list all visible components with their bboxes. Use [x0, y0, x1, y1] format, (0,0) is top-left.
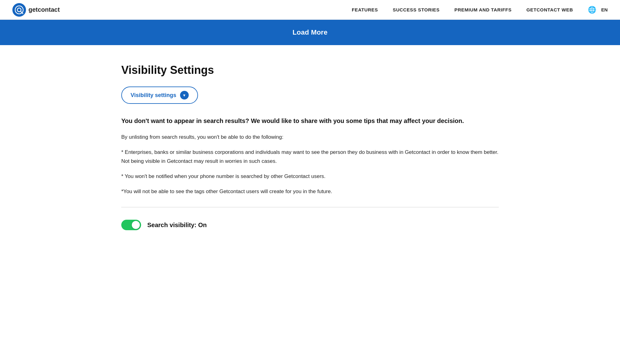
navbar-right: 🌐 EN — [588, 6, 608, 14]
toggle-label: Search visibility: On — [147, 222, 207, 229]
paragraph-2: * You won't be notified when your phone … — [121, 172, 499, 181]
nav-getcontact-web[interactable]: GETCONTACT WEB — [527, 7, 573, 12]
nav-features[interactable]: FEATURES — [352, 7, 378, 12]
globe-icon[interactable]: 🌐 — [588, 6, 596, 14]
paragraph-0: By unlisting from search results, you wo… — [121, 133, 499, 142]
paragraph-3: *You will not be able to see the tags ot… — [121, 187, 499, 196]
svg-point-1 — [17, 8, 21, 12]
visibility-dropdown-label: Visibility settings — [131, 92, 176, 99]
main-content: Visibility Settings Visibility settings … — [97, 45, 523, 255]
intro-bold-paragraph: You don't want to appear in search resul… — [121, 116, 493, 125]
section-title: Visibility Settings — [121, 64, 499, 77]
visibility-dropdown-button[interactable]: Visibility settings ▾ — [121, 87, 198, 104]
search-visibility-toggle[interactable] — [121, 220, 141, 230]
load-more-text: Load More — [292, 28, 327, 36]
navbar: getcontact FEATURES SUCCESS STORIES PREM… — [0, 0, 620, 20]
search-visibility-row: Search visibility: On — [121, 220, 499, 230]
nav-success-stories[interactable]: SUCCESS STORIES — [393, 7, 440, 12]
section-divider — [121, 207, 499, 207]
chevron-down-icon: ▾ — [180, 91, 189, 99]
load-more-banner[interactable]: Load More — [0, 20, 620, 45]
logo-icon — [12, 3, 26, 17]
nav-links: FEATURES SUCCESS STORIES PREMIUM AND TAR… — [352, 7, 573, 13]
logo-link[interactable]: getcontact — [12, 3, 60, 17]
language-label[interactable]: EN — [601, 7, 608, 12]
nav-premium-tariffs[interactable]: PREMIUM AND TARIFFS — [454, 7, 512, 12]
paragraph-1: * Enterprises, banks or similar business… — [121, 148, 499, 166]
logo-text: getcontact — [28, 6, 60, 13]
